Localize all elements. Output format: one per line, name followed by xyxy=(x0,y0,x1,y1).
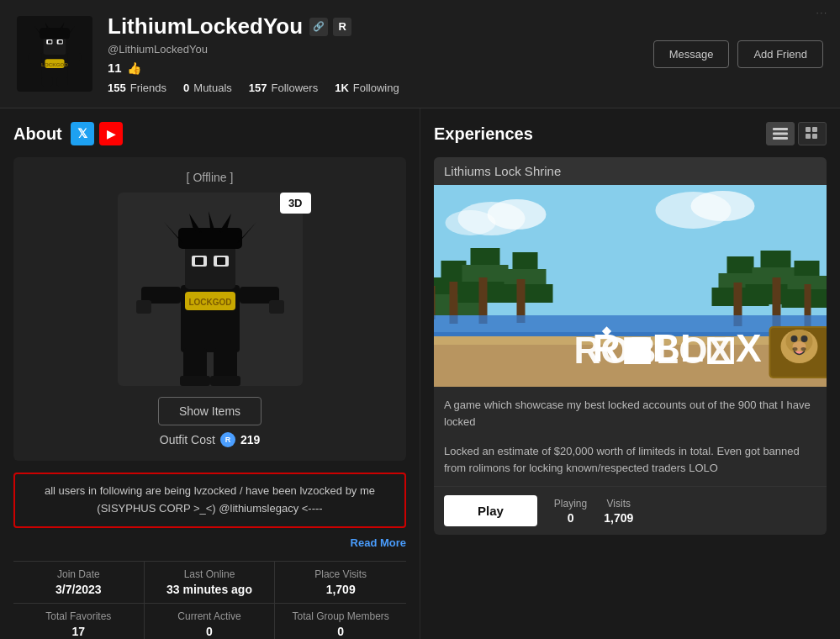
svg-point-50 xyxy=(488,199,547,230)
stat-cell-current-active: Current Active 0 xyxy=(145,604,276,639)
join-date-label: Join Date xyxy=(18,568,139,580)
stat-cell-group-members: Total Group Members 0 xyxy=(275,604,406,639)
svg-text:LOCKGOD: LOCKGOD xyxy=(41,61,68,67)
visits-stat: Visits 1,709 xyxy=(604,498,633,525)
profile-stats-grid: Join Date 3/7/2023 Last Online 33 minute… xyxy=(13,561,406,639)
list-view-button[interactable] xyxy=(766,122,795,145)
grid-view-button[interactable] xyxy=(798,122,827,145)
read-more-button[interactable]: Read More xyxy=(351,536,406,549)
following-label: Following xyxy=(353,82,399,94)
profile-info: LithiumLockedYou 🔗 R @LithiumLockedYou 1… xyxy=(108,13,638,94)
svg-rect-3 xyxy=(40,28,70,39)
about-panel: About 𝕏 ▶ [ Offline ] 3D xyxy=(0,108,420,639)
username-row: LithiumLockedYou 🔗 R xyxy=(108,13,638,40)
game-description-2: Locked an estimate of $20,000 worth of l… xyxy=(434,443,827,486)
grid-view-icon xyxy=(806,127,819,140)
header-icon-group: 🔗 R xyxy=(309,18,351,36)
svg-point-94 xyxy=(801,347,806,351)
avatar-display-area: [ Offline ] 3D xyxy=(13,157,406,461)
roblox-icon-button[interactable]: R xyxy=(333,18,351,36)
current-active-value: 0 xyxy=(150,625,270,638)
bio-box: all users in following are being lvzocke… xyxy=(13,473,406,528)
followers-stat: 157 Followers xyxy=(249,82,318,94)
play-button[interactable]: Play xyxy=(444,495,537,526)
avatar-3d-container: 3D LOCK xyxy=(118,193,303,388)
robux-icon: R xyxy=(220,432,235,447)
header-dots: ··· xyxy=(816,8,828,18)
followers-count: 157 xyxy=(249,82,267,94)
last-online-label: Last Online xyxy=(150,568,270,580)
avatar-image: LOCKGOD xyxy=(21,20,88,87)
svg-point-90 xyxy=(791,335,798,342)
about-title-text: About xyxy=(13,124,62,144)
about-section-title: About 𝕏 ▶ xyxy=(13,122,406,145)
message-button[interactable]: Message xyxy=(653,40,730,68)
outfit-cost-label: Outfit Cost xyxy=(160,433,215,446)
svg-rect-41 xyxy=(773,128,788,130)
stat-cell-last-online: Last Online 33 minutes ago xyxy=(145,562,276,604)
svg-rect-45 xyxy=(812,127,817,132)
svg-point-53 xyxy=(691,191,755,221)
experiences-header: Experiences xyxy=(434,122,827,145)
followers-label: Followers xyxy=(272,82,319,94)
following-count: 1K xyxy=(335,82,349,94)
add-friend-button[interactable]: Add Friend xyxy=(737,40,823,68)
social-icons-group: 𝕏 ▶ xyxy=(71,122,123,145)
group-members-value: 0 xyxy=(280,625,401,638)
main-content: About 𝕏 ▶ [ Offline ] 3D xyxy=(0,108,840,639)
game-description-1: A game which showcase my best locked acc… xyxy=(434,387,827,440)
game-title: Lithiums Lock Shrine xyxy=(434,157,827,185)
svg-rect-47 xyxy=(812,134,817,139)
read-more-row: Read More xyxy=(13,536,406,549)
place-visits-label: Place Visits xyxy=(280,568,401,580)
outfit-cost-value: 219 xyxy=(240,433,260,446)
svg-rect-44 xyxy=(806,127,811,132)
svg-text:ROBLOX: ROBLOX xyxy=(574,330,732,371)
svg-text:LOCKGOD: LOCKGOD xyxy=(188,298,231,307)
show-items-button[interactable]: Show Items xyxy=(158,397,262,425)
svg-rect-31 xyxy=(195,257,203,265)
thumbs-up-icon: 👍 xyxy=(127,61,141,75)
svg-rect-65 xyxy=(499,284,553,303)
svg-rect-15 xyxy=(67,53,81,61)
youtube-button[interactable]: ▶ xyxy=(99,122,123,145)
current-active-label: Current Active xyxy=(150,610,270,622)
svg-rect-21 xyxy=(178,228,242,249)
bio-text: all users in following are being lvzocke… xyxy=(45,484,375,515)
svg-point-91 xyxy=(801,335,808,342)
svg-rect-12 xyxy=(48,40,51,44)
link-icon-button[interactable]: 🔗 xyxy=(309,18,328,36)
svg-rect-13 xyxy=(58,40,61,44)
game-card: Lithiums Lock Shrine xyxy=(434,157,827,535)
header-actions: Message Add Friend xyxy=(653,40,823,68)
experiences-title: Experiences xyxy=(434,124,533,144)
avatar: LOCKGOD xyxy=(17,16,92,92)
svg-rect-32 xyxy=(217,257,225,265)
avatar-3d-character: LOCKGOD xyxy=(118,193,303,386)
friends-label: Friends xyxy=(130,82,166,94)
svg-rect-16 xyxy=(42,77,52,87)
3d-button[interactable]: 3D xyxy=(280,193,311,214)
game-actions: Play Playing 0 Visits 1,709 xyxy=(434,486,827,535)
stat-cell-place-visits: Place Visits 1,709 xyxy=(275,562,406,604)
visits-label: Visits xyxy=(604,498,633,510)
mutuals-label: Mutuals xyxy=(193,82,232,94)
profile-header: ··· LOCKGOD xyxy=(0,0,840,108)
playing-stat: Playing 0 xyxy=(554,498,587,525)
svg-rect-42 xyxy=(773,133,788,135)
svg-point-51 xyxy=(446,210,496,235)
reputation-row: 11 👍 xyxy=(108,61,638,75)
group-members-label: Total Group Members xyxy=(280,610,401,622)
stat-cell-join-date: Join Date 3/7/2023 xyxy=(13,562,145,604)
svg-rect-57 xyxy=(434,286,436,320)
playing-value: 0 xyxy=(554,511,587,525)
playing-label: Playing xyxy=(554,498,587,510)
svg-point-93 xyxy=(793,347,798,351)
mutuals-stat: 0 Mutuals xyxy=(183,82,232,94)
svg-rect-17 xyxy=(57,77,67,87)
svg-rect-14 xyxy=(29,53,42,61)
twitter-button[interactable]: 𝕏 xyxy=(71,122,94,145)
friends-stat: 155 Friends xyxy=(108,82,166,94)
svg-rect-40 xyxy=(210,376,240,386)
experiences-panel: Experiences xyxy=(420,108,840,639)
